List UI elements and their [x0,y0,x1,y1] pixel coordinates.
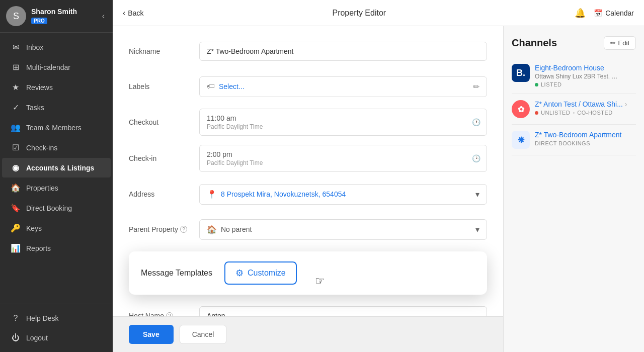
channel-info-booking: Eight-Bedroom House Ottawa Shiny Lux 2BR… [535,64,636,87]
calendar-icon: 📅 [594,9,602,17]
customize-button[interactable]: ⚙ Customize [224,261,297,285]
host-name-row: Host Name ? [129,303,487,316]
booking-channel-status: LISTED [535,81,636,87]
edit-icon[interactable]: ✏ [473,82,479,92]
avatar: S [6,6,26,26]
labels-label: Labels [129,82,199,91]
sidebar-item-logout[interactable]: ⏻ Logout [2,328,111,347]
sidebar-item-reviews[interactable]: ★ Reviews [2,77,111,97]
checkin-timezone: Pacific Daylight Time [207,159,479,166]
sidebar-item-label: Properties [26,184,58,192]
checkout-timezone: Pacific Daylight Time [207,123,479,130]
channel-item-booking: B. Eight-Bedroom House Ottawa Shiny Lux … [512,58,636,94]
booking-channel-name[interactable]: Eight-Bedroom House [535,64,636,72]
sidebar-item-label: Reviews [26,83,53,92]
status-text-unlisted: UNLISTED [541,110,570,116]
sidebar-item-label: Keys [26,224,42,232]
status-text-cohosted: CO-HOSTED [577,110,613,116]
chevron-down-icon-2: ▾ [475,225,479,234]
tag-icon: 🏷 [207,82,215,91]
help-tooltip-icon[interactable]: ? [180,226,187,233]
channel-info-direct: Z* Two-Bedroom Apartment DIRECT BOOKINGS [535,131,636,146]
notifications-button[interactable]: 🔔 [575,8,586,19]
parent-field[interactable]: 🏠 No parent ▾ [199,219,487,240]
host-help-icon[interactable]: ? [166,312,173,316]
calendar-button[interactable]: 📅 Calendar [594,9,634,17]
key-icon: 🔑 [10,223,21,233]
sidebar-item-tasks[interactable]: ✓ Tasks [2,98,111,117]
direct-channel-status: DIRECT BOOKINGS [535,140,636,146]
labels-field[interactable]: 🏷 Select... ✏ [199,76,487,97]
parent-value: No parent [221,225,471,233]
location-icon: 📍 [207,190,217,199]
channels-edit-button[interactable]: ✏ Edit [604,36,636,50]
channel-item-direct: ❋ Z* Two-Bedroom Apartment DIRECT BOOKIN… [512,125,636,155]
sidebar-item-checkins[interactable]: ☑ Check-ins [2,138,111,157]
popup-message-templates-text: Message Templates [141,269,212,278]
sidebar-item-inbox[interactable]: ✉ Inbox [2,37,111,57]
back-chevron-icon: ‹ [123,9,125,18]
nickname-input[interactable] [199,42,487,61]
save-button[interactable]: Save [129,325,174,344]
status-sep: • [573,110,575,116]
sidebar-item-label: Reports [26,244,51,252]
address-field[interactable]: 📍 8 Prospekt Mira, Novokuznetsk, 654054 … [199,184,487,205]
sidebar-item-label: Check-ins [26,144,57,152]
main-content: ‹ Back Property Editor 🔔 📅 Calendar Nick… [113,0,644,352]
sidebar-item-label: Team & Members [26,124,82,132]
username: Sharon Smith [31,8,100,16]
form-footer: Save Cancel [113,316,503,352]
airbnb-logo: ✿ [512,100,530,118]
channels-title: Channels [512,37,557,49]
checkin-label: Check-in [129,154,199,162]
sidebar-item-multi-calendar[interactable]: ⊞ Multi-calendar [2,57,111,77]
checkout-row: Checkout 11:00 am Pacific Daylight Time … [129,109,487,136]
edit-label: Edit [618,39,629,47]
channel-item-airbnb: ✿ Z* Anton Test / Ottawa Shi... › UNLIST… [512,94,636,125]
sidebar-nav: ✉ Inbox ⊞ Multi-calendar ★ Reviews ✓ Tas… [0,33,113,304]
channels-header: Channels ✏ Edit [512,36,636,50]
address-value: 8 Prospekt Mira, Novokuznetsk, 654054 [221,190,471,198]
channel-info-airbnb: Z* Anton Test / Ottawa Shi... › UNLISTED… [535,100,636,116]
airbnb-channel-status: UNLISTED • CO-HOSTED [535,110,636,116]
sidebar-item-accounts[interactable]: ◉ Accounts & Listings [2,158,111,178]
sidebar-item-keys[interactable]: 🔑 Keys [2,218,111,238]
sidebar-item-label: Tasks [26,104,44,112]
bell-icon: 🔔 [575,8,586,18]
sidebar-item-helpdesk[interactable]: ? Help Desk [2,309,111,328]
checkin-icon: ☑ [10,143,21,152]
checkout-field[interactable]: 11:00 am Pacific Daylight Time 🕐 [199,109,487,136]
labels-row: Labels 🏷 Select... ✏ [129,73,487,100]
sidebar-item-reports[interactable]: 📊 Reports [2,238,111,258]
airbnb-channel-name[interactable]: Z* Anton Test / Ottawa Shi... › [535,100,636,108]
collapse-button[interactable]: ‹ [100,10,107,23]
sidebar-item-direct-booking[interactable]: 🔖 Direct Booking [2,198,111,218]
nickname-row: Nickname [129,38,487,64]
popup-overlay: Message Templates ⚙ Customize ☞ [129,251,487,295]
nickname-label: Nickname [129,47,199,55]
status-text-direct: DIRECT BOOKINGS [535,140,590,146]
star-icon: ★ [10,82,21,92]
host-name-label: Host Name ? [129,312,199,316]
parent-property-row: Parent Property ? 🏠 No parent ▾ [129,216,487,242]
status-dot-red [535,111,538,115]
cursor-pointer: ☞ [315,275,325,288]
sidebar-item-team[interactable]: 👥 Team & Members [2,118,111,137]
address-row: Address 📍 8 Prospekt Mira, Novokuznetsk,… [129,181,487,207]
labels-select-text: Select... [219,82,473,91]
reports-icon: 📊 [10,243,21,253]
back-label: Back [128,9,143,17]
checkin-field[interactable]: 2:00 pm Pacific Daylight Time 🕑 [199,145,487,172]
pro-badge: PRO [31,18,47,24]
direct-logo: ❋ [512,131,530,149]
help-icon: ? [10,314,21,323]
cancel-button[interactable]: Cancel [180,325,227,344]
status-text-listed: LISTED [541,81,562,87]
sidebar-item-label: Help Desk [26,314,59,322]
direct-channel-name[interactable]: Z* Two-Bedroom Apartment [535,131,636,139]
accounts-icon: ◉ [10,163,21,172]
back-button[interactable]: ‹ Back [123,9,143,18]
host-name-input[interactable] [199,306,487,316]
sidebar-item-properties[interactable]: 🏠 Properties [2,178,111,198]
sidebar-header: S Sharon Smith PRO ‹ [0,0,113,33]
